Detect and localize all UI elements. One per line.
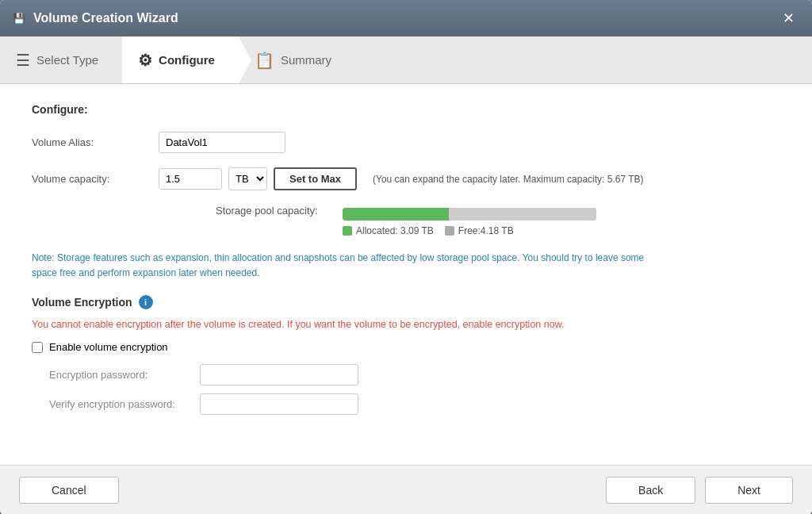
allocated-dot [343, 226, 352, 236]
encryption-password-row: Encryption password: [49, 364, 780, 386]
volume-alias-input[interactable] [159, 132, 285, 153]
cancel-button[interactable]: Cancel [19, 477, 119, 504]
volume-capacity-unit[interactable]: TB GB [228, 167, 267, 190]
select-type-icon: ☰ [16, 51, 30, 70]
encryption-password-input[interactable] [200, 364, 358, 386]
footer: Cancel Back Next [0, 465, 812, 514]
volume-alias-controls [159, 132, 780, 153]
free-legend: Free:4.18 TB [445, 225, 514, 236]
volume-capacity-row: Volume capacity: TB GB Set to Max (You c… [32, 167, 780, 190]
summary-icon: 📋 [255, 51, 274, 70]
encryption-info-icon[interactable]: i [139, 295, 153, 309]
set-to-max-button[interactable]: Set to Max [274, 167, 357, 190]
storage-pool-progress: Allocated: 3.09 TB Free:4.18 TB [343, 208, 596, 236]
encryption-warning: You cannot enable encryption after the v… [32, 319, 780, 330]
progress-legend: Allocated: 3.09 TB Free:4.18 TB [343, 225, 596, 236]
footer-right: Back Next [606, 477, 793, 504]
storage-pool-label: Storage pool capacity: [216, 205, 343, 217]
step-configure[interactable]: ⚙ Configure [122, 36, 239, 83]
volume-creation-wizard: 💾 Volume Creation Wizard ✕ ☰ Select Type… [0, 0, 812, 514]
step-select-type[interactable]: ☰ Select Type [0, 36, 122, 83]
allocated-label: Allocated: 3.09 TB [356, 225, 434, 236]
progress-bar-fill [343, 208, 449, 221]
volume-alias-label: Volume Alias: [32, 136, 159, 148]
verify-password-row: Verify encryption password: [49, 393, 780, 415]
configure-section-title: Configure: [32, 103, 780, 116]
verify-password-input[interactable] [200, 393, 358, 415]
encryption-sub-form: Encryption password: Verify encryption p… [49, 364, 780, 415]
verify-password-label: Verify encryption password: [49, 398, 200, 410]
next-button[interactable]: Next [705, 477, 793, 504]
volume-capacity-input[interactable] [159, 168, 222, 190]
step-select-type-label: Select Type [36, 53, 98, 67]
title-bar-left: 💾 Volume Creation Wizard [13, 11, 178, 25]
step-configure-label: Configure [159, 53, 215, 67]
capacity-note: (You can expand the capacity later. Maxi… [373, 174, 644, 185]
encryption-heading-row: Volume Encryption i [32, 295, 780, 309]
wizard-icon: 💾 [13, 13, 25, 25]
step-summary[interactable]: 📋 Summary [239, 36, 355, 83]
encryption-password-label: Encryption password: [49, 369, 200, 381]
volume-alias-row: Volume Alias: [32, 132, 780, 153]
storage-pool-row: Storage pool capacity: Allocated: 3.09 T… [32, 205, 780, 236]
step-summary-label: Summary [281, 53, 331, 67]
enable-encryption-label: Enable volume encryption [49, 341, 168, 353]
configure-icon: ⚙ [138, 51, 152, 70]
encryption-heading-label: Volume Encryption [32, 296, 132, 309]
allocated-legend: Allocated: 3.09 TB [343, 225, 434, 236]
enable-encryption-checkbox[interactable] [32, 342, 43, 353]
storage-pool-label-row: Storage pool capacity: Allocated: 3.09 T… [216, 205, 596, 236]
enable-encryption-row: Enable volume encryption [32, 341, 780, 353]
free-dot [445, 226, 454, 236]
back-button[interactable]: Back [606, 477, 695, 504]
main-content: Configure: Volume Alias: Volume capacity… [0, 84, 812, 465]
dialog-title: Volume Creation Wizard [33, 11, 178, 25]
volume-capacity-controls: TB GB Set to Max (You can expand the cap… [159, 167, 780, 190]
free-label: Free:4.18 TB [458, 225, 514, 236]
progress-bar-bg [343, 208, 596, 221]
title-bar: 💾 Volume Creation Wizard ✕ [0, 0, 812, 36]
close-button[interactable]: ✕ [778, 10, 799, 27]
storage-note: Note: Storage features such as expansion… [32, 251, 666, 281]
wizard-steps: ☰ Select Type ⚙ Configure 📋 Summary [0, 36, 812, 84]
volume-capacity-label: Volume capacity: [32, 173, 159, 185]
